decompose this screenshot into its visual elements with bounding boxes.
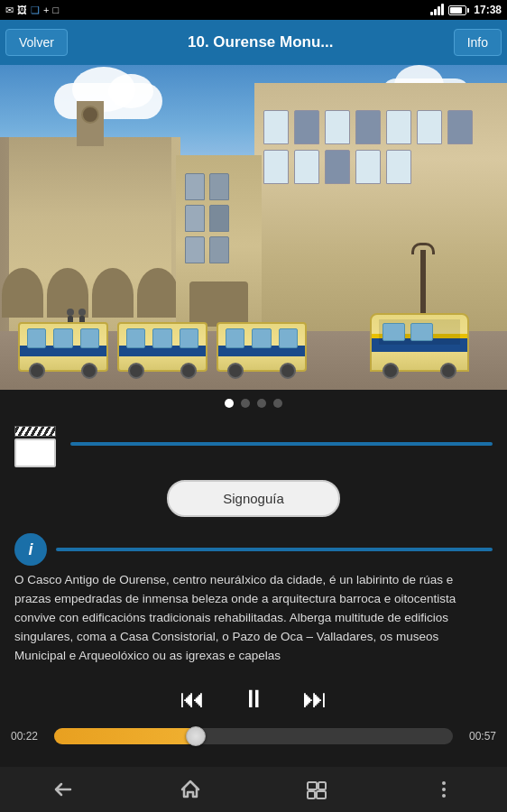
svg-rect-1 (318, 782, 326, 789)
audio-progress-bar[interactable] (56, 548, 493, 551)
train-engine (370, 313, 469, 372)
clock: 17:38 (474, 4, 502, 16)
train-car-2 (117, 322, 207, 372)
signoguia-container: Signoguía (0, 471, 507, 526)
app-header: Volver 10. Ourense Monu... Info (0, 20, 507, 65)
building-right (254, 83, 507, 336)
email-icon: □ (52, 5, 59, 15)
nav-recents-button[interactable] (294, 767, 339, 812)
back-button[interactable]: Volver (5, 29, 68, 56)
tour-train (18, 304, 469, 372)
rewind-button[interactable] (180, 684, 205, 714)
add-icon: + (43, 5, 49, 15)
status-right-icons: 17:38 (430, 4, 502, 16)
dot-1[interactable] (225, 399, 234, 408)
android-status-bar: ✉ 🖼 ❑ + □ 17:38 (0, 0, 507, 20)
info-icon: i (14, 533, 47, 566)
total-time: 00:57 (462, 730, 496, 743)
seekbar-thumb[interactable] (186, 726, 206, 746)
video-progress-bar[interactable] (70, 442, 493, 446)
seekbar-fill (54, 728, 198, 744)
playback-controls (0, 673, 507, 724)
svg-point-6 (442, 794, 446, 798)
seekbar-track[interactable] (54, 728, 453, 744)
cloud-left (54, 83, 162, 119)
clock-face (81, 106, 99, 124)
wifi-icon (430, 5, 444, 15)
play-pause-button[interactable] (241, 684, 266, 714)
nav-back-button[interactable] (41, 767, 86, 812)
info-section: i O Casco Antigo de Ourense, centro neur… (0, 526, 507, 673)
dot-3[interactable] (257, 399, 266, 408)
notification-icons: ✉ 🖼 ❑ + □ (5, 5, 59, 16)
svg-rect-3 (317, 791, 326, 798)
current-time: 00:22 (11, 730, 45, 743)
photo-icon: 🖼 (17, 5, 27, 15)
svg-rect-0 (308, 782, 317, 789)
svg-point-5 (442, 788, 446, 791)
dot-4[interactable] (273, 399, 282, 408)
fast-forward-button[interactable] (302, 684, 327, 714)
video-section (0, 417, 507, 471)
bottom-navigation (0, 767, 507, 812)
building-windows (263, 110, 498, 184)
signoguia-button[interactable]: Signoguía (167, 480, 340, 517)
nav-home-button[interactable] (168, 767, 213, 812)
hero-image[interactable] (0, 65, 507, 390)
info-header: i (14, 533, 493, 566)
dot-2[interactable] (241, 399, 250, 408)
info-button[interactable]: Info (454, 29, 502, 56)
nav-more-button[interactable] (421, 767, 466, 812)
train-car-3 (217, 322, 307, 372)
dropbox-icon: ❑ (31, 5, 40, 16)
svg-point-4 (442, 781, 446, 785)
carousel-dots (0, 390, 507, 417)
info-description: O Casco Antigo de Ourense, centro neuráI… (14, 571, 493, 666)
train-car-1 (18, 322, 108, 372)
svg-rect-2 (308, 791, 315, 798)
clapperboard-icon (14, 426, 60, 462)
page-title: 10. Ourense Monu... (68, 33, 454, 51)
seekbar-section: 00:22 00:57 (0, 724, 507, 748)
msg-icon: ✉ (5, 5, 14, 16)
battery-icon (448, 5, 469, 15)
clock-tower (77, 101, 104, 146)
